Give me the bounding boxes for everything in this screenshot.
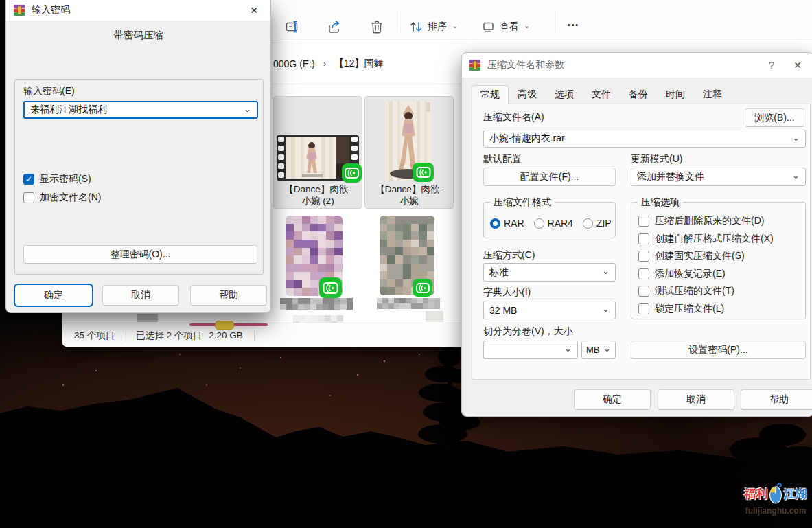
tab-files[interactable]: 文件 <box>583 85 620 104</box>
archive-dialog-title: 压缩文件名和参数 <box>487 59 564 71</box>
option-label: 添加恢复记录(E) <box>655 268 726 280</box>
password-dialog-header: 带密码压缩 <box>6 29 270 42</box>
winrar-icon <box>469 59 481 71</box>
archive-dialog-titlebar[interactable]: 压缩文件名和参数 ? ✕ <box>462 53 812 78</box>
format-radio-rar[interactable]: RAR <box>490 218 524 229</box>
help-button[interactable]: 帮助 <box>741 389 812 410</box>
checkbox-icon: ✓ <box>638 268 649 279</box>
help-button[interactable]: ? <box>761 60 782 71</box>
option-create-sfx[interactable]: ✓ 创建自解压格式压缩文件(X) <box>638 233 805 245</box>
video-frame-image <box>286 137 349 179</box>
password-dialog-titlebar[interactable]: 输入密码 ✕ <box>6 0 270 21</box>
share-icon <box>327 20 342 34</box>
tab-backup[interactable]: 备份 <box>620 85 657 104</box>
file-label-line1: 【Dance】肉欲- <box>365 184 453 195</box>
split-volumes-combobox[interactable]: ⌄ <box>483 341 578 359</box>
selection-count: 已选择 2 个项目 <box>136 330 202 342</box>
delete-button[interactable] <box>367 16 387 37</box>
selection-size: 2.20 GB <box>209 330 243 341</box>
password-field-label: 输入密码(E) <box>23 85 75 97</box>
breadcrumb: 000G (E:) › 【12】国舞 <box>273 58 384 70</box>
ok-button[interactable]: 确定 <box>574 389 651 410</box>
tab-comment[interactable]: 注释 <box>694 85 731 104</box>
compression-method-combobox[interactable]: 标准 ⌄ <box>483 263 616 282</box>
dictionary-size-combobox[interactable]: 32 MB ⌄ <box>483 301 616 319</box>
media-player-badge-icon <box>342 163 362 183</box>
tab-options[interactable]: 选项 <box>546 85 583 104</box>
breadcrumb-folder[interactable]: 【12】国舞 <box>334 58 384 70</box>
checkbox-icon: ✓ <box>638 251 649 262</box>
toolbar-separator <box>555 11 555 32</box>
browse-button[interactable]: 浏览(B)... <box>745 108 804 127</box>
option-delete-files[interactable]: ✓ 压缩后删除原来的文件(D) <box>638 215 805 227</box>
help-button[interactable]: 帮助 <box>190 285 267 306</box>
archive-dialog: 压缩文件名和参数 ? ✕ 常规 高级 选项 文件 备份 时间 注释 压缩文件名(… <box>461 52 812 417</box>
tab-general[interactable]: 常规 <box>472 85 509 104</box>
watermark-domain: fulijianghu.com <box>741 506 810 516</box>
rename-icon <box>286 20 301 34</box>
update-mode-combobox[interactable]: 添加并替换文件 ⌄ <box>631 168 806 186</box>
organize-passwords-button[interactable]: 整理密码(O)... <box>23 245 257 264</box>
cancel-button[interactable]: 取消 <box>658 389 734 410</box>
update-mode-label: 更新模式(U) <box>631 153 682 165</box>
password-combobox[interactable]: 来福利江湖找福利 ⌄ <box>23 101 258 119</box>
thumbnail-fragment <box>426 311 443 322</box>
file-tile-video[interactable]: 【Dance】肉欲- 小婉 (2) <box>273 96 362 209</box>
breadcrumb-drive[interactable]: 000G (E:) <box>273 58 315 69</box>
password-dialog-title: 输入密码 <box>32 4 70 16</box>
option-solid-archive[interactable]: ✓ 创建固实压缩文件(S) <box>638 250 805 262</box>
option-test-files[interactable]: ✓ 测试压缩的文件(T) <box>638 285 805 297</box>
profile-label: 默认配置 <box>483 153 522 165</box>
checkbox-icon: ✓ <box>638 303 649 314</box>
close-icon[interactable]: ✕ <box>782 53 812 78</box>
cancel-button[interactable]: 取消 <box>102 285 179 306</box>
watermark-brand-right: 江湖 <box>784 486 807 502</box>
radio-icon <box>583 218 593 229</box>
statusbar-separator <box>126 330 126 341</box>
option-label: 测试压缩的文件(T) <box>655 285 734 297</box>
compression-method-label: 压缩方式(C) <box>483 249 535 262</box>
option-label: 压缩后删除原来的文件(D) <box>655 215 764 227</box>
archive-name-combobox[interactable]: 小婉-情趣内衣.rar ⌄ <box>483 130 806 148</box>
chevron-down-icon: ⌄ <box>564 344 572 353</box>
encrypt-names-label: 加密文件名(N) <box>40 192 101 204</box>
show-password-checkbox[interactable]: ✓ 显示密码(S) <box>23 173 91 185</box>
toolbar-separator <box>397 11 397 32</box>
format-label: RAR4 <box>548 218 573 229</box>
tab-time[interactable]: 时间 <box>657 85 694 104</box>
set-password-button[interactable]: 设置密码(P)... <box>631 341 806 359</box>
thumbnail-fragment <box>137 314 158 322</box>
checkbox-icon: ✓ <box>638 216 649 227</box>
file-tile-image[interactable]: 【Dance】肉欲- 小婉 <box>364 96 454 209</box>
encrypt-names-checkbox[interactable]: ✓ 加密文件名(N) <box>23 192 101 204</box>
profile-button[interactable]: 配置文件(F)... <box>483 168 616 186</box>
option-lock-archive[interactable]: ✓ 锁定压缩文件(L) <box>638 303 805 315</box>
chevron-down-icon: ⌄ <box>792 171 800 180</box>
file-label-line1: 【Dance】肉欲- <box>274 184 362 195</box>
split-unit-combobox[interactable]: MB ⌄ <box>581 341 616 359</box>
archive-format-group-label: 压缩文件格式 <box>490 196 555 209</box>
file-label-line2: 小婉 (2) <box>274 196 362 207</box>
rename-button[interactable] <box>283 16 303 37</box>
option-recovery-record[interactable]: ✓ 添加恢复记录(E) <box>638 268 805 280</box>
tab-advanced[interactable]: 高级 <box>509 85 546 104</box>
format-radio-rar4[interactable]: RAR4 <box>534 218 573 229</box>
chevron-down-icon: ⌄ <box>602 304 610 313</box>
ok-button[interactable]: 确定 <box>15 285 92 306</box>
view-button[interactable]: 查看 ⌄ <box>479 15 533 38</box>
general-tab-panel: 压缩文件名(A) 浏览(B)... 小婉-情趣内衣.rar ⌄ 默认配置 更新模… <box>472 104 811 380</box>
password-value: 来福利江湖找福利 <box>30 104 107 116</box>
archive-dialog-tabs: 常规 高级 选项 文件 备份 时间 注释 <box>472 85 731 104</box>
format-radio-zip[interactable]: ZIP <box>583 218 612 229</box>
file-label-line2: 小婉 <box>365 196 453 207</box>
share-button[interactable] <box>324 16 345 37</box>
compression-method-value: 标准 <box>489 266 509 279</box>
checkbox-icon: ✓ <box>638 286 649 297</box>
show-password-label: 显示密码(S) <box>40 173 91 185</box>
update-mode-value: 添加并替换文件 <box>637 171 704 183</box>
close-icon[interactable]: ✕ <box>237 0 270 21</box>
sort-icon <box>409 21 423 33</box>
chevron-down-icon: ⌄ <box>452 21 458 30</box>
sort-button[interactable]: 排序 ⌄ <box>406 15 461 38</box>
more-options-button[interactable]: … <box>561 12 585 32</box>
